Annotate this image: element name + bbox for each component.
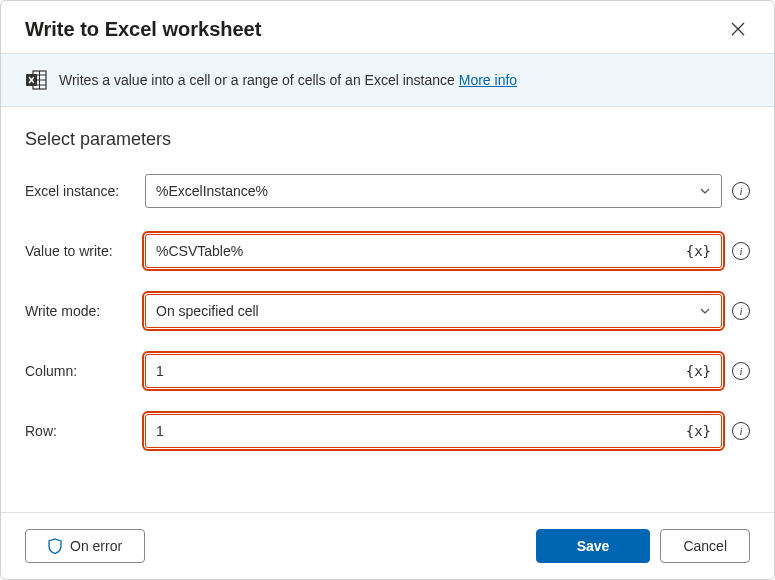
on-error-button[interactable]: On error (25, 529, 145, 563)
info-icon[interactable]: i (732, 182, 750, 200)
chevron-down-icon (699, 305, 711, 317)
save-button[interactable]: Save (536, 529, 651, 563)
info-banner: Writes a value into a cell or a range of… (1, 53, 774, 107)
info-icon[interactable]: i (732, 362, 750, 380)
row-column: Column: 1 {x} i (25, 354, 750, 388)
dialog-header: Write to Excel worksheet (1, 1, 774, 53)
chevron-down-icon (699, 185, 711, 197)
close-icon (730, 21, 746, 37)
cancel-button[interactable]: Cancel (660, 529, 750, 563)
write-mode-select[interactable]: On specified cell (145, 294, 722, 328)
dialog-body: Select parameters Excel instance: %Excel… (1, 107, 774, 512)
save-label: Save (577, 538, 610, 554)
field-wrap-column: 1 {x} i (145, 354, 750, 388)
row-value: 1 (156, 423, 686, 439)
section-title: Select parameters (25, 129, 750, 150)
row-write-mode: Write mode: On specified cell i (25, 294, 750, 328)
info-icon[interactable]: i (732, 242, 750, 260)
label-row: Row: (25, 423, 135, 439)
value-to-write-value: %CSVTable% (156, 243, 686, 259)
row-value-to-write: Value to write: %CSVTable% {x} i (25, 234, 750, 268)
info-icon[interactable]: i (732, 302, 750, 320)
banner-text: Writes a value into a cell or a range of… (59, 72, 517, 88)
variable-picker-icon[interactable]: {x} (686, 423, 711, 439)
close-button[interactable] (726, 17, 750, 41)
label-write-mode: Write mode: (25, 303, 135, 319)
label-excel-instance: Excel instance: (25, 183, 135, 199)
field-wrap-value-to-write: %CSVTable% {x} i (145, 234, 750, 268)
shield-icon (48, 538, 62, 554)
variable-picker-icon[interactable]: {x} (686, 243, 711, 259)
dialog: Write to Excel worksheet Writes a value … (0, 0, 775, 580)
on-error-label: On error (70, 538, 122, 554)
row-excel-instance: Excel instance: %ExcelInstance% i (25, 174, 750, 208)
banner-text-content: Writes a value into a cell or a range of… (59, 72, 459, 88)
field-wrap-write-mode: On specified cell i (145, 294, 750, 328)
write-mode-value: On specified cell (156, 303, 699, 319)
row-input[interactable]: 1 {x} (145, 414, 722, 448)
variable-picker-icon[interactable]: {x} (686, 363, 711, 379)
row-row: Row: 1 {x} i (25, 414, 750, 448)
dialog-footer: On error Save Cancel (1, 512, 774, 579)
excel-instance-select[interactable]: %ExcelInstance% (145, 174, 722, 208)
field-wrap-row: 1 {x} i (145, 414, 750, 448)
more-info-link[interactable]: More info (459, 72, 517, 88)
label-value-to-write: Value to write: (25, 243, 135, 259)
label-column: Column: (25, 363, 135, 379)
cancel-label: Cancel (683, 538, 727, 554)
column-value: 1 (156, 363, 686, 379)
field-wrap-excel-instance: %ExcelInstance% i (145, 174, 750, 208)
dialog-title: Write to Excel worksheet (25, 18, 261, 41)
column-input[interactable]: 1 {x} (145, 354, 722, 388)
info-icon[interactable]: i (732, 422, 750, 440)
excel-instance-value: %ExcelInstance% (156, 183, 699, 199)
excel-icon (25, 70, 47, 90)
value-to-write-input[interactable]: %CSVTable% {x} (145, 234, 722, 268)
